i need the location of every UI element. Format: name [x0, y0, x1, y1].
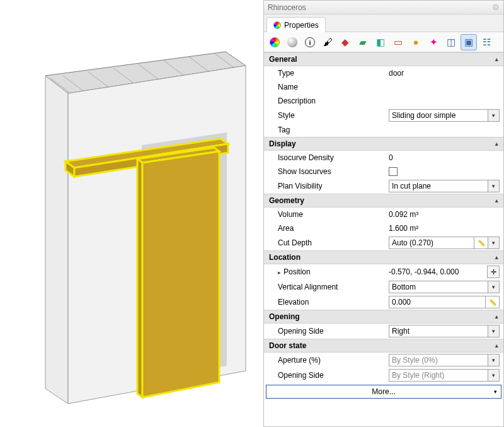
- value-type: door: [389, 69, 500, 78]
- sun-icon[interactable]: ✦: [425, 34, 442, 50]
- collapse-icon: ▴: [495, 56, 498, 62]
- object-properties-icon[interactable]: [266, 34, 283, 50]
- pick-point-button[interactable]: ✛: [487, 266, 500, 278]
- style-dropdown[interactable]: Sliding door simple ▾: [389, 109, 500, 122]
- label-show-isocurves: Show Isocurves: [278, 167, 385, 176]
- chevron-down-icon: ▾: [488, 237, 499, 249]
- visualarq-icon[interactable]: ▣: [461, 34, 477, 50]
- plan-visibility-dropdown[interactable]: In cut plane ▾: [389, 180, 500, 192]
- render-icon[interactable]: ▰: [355, 34, 371, 50]
- cut-depth-dropdown[interactable]: Auto (0.270) 📏 ▾: [389, 237, 500, 249]
- panel-title: Rhinoceros: [268, 3, 306, 12]
- label-opening-side: Opening Side: [278, 327, 385, 336]
- label-plan-visibility: Plan Visibility: [278, 182, 385, 190]
- label-name: Name: [278, 83, 385, 91]
- label-position: ▸Position: [278, 267, 385, 276]
- label-cut-depth: Cut Depth: [278, 238, 385, 247]
- value-isocurve-density[interactable]: 0: [389, 153, 500, 162]
- aperture-dropdown[interactable]: By Style (0%) ▾: [389, 354, 500, 366]
- decals-icon[interactable]: ◆: [337, 34, 353, 50]
- label-elevation: Elevation: [278, 298, 385, 307]
- chevron-down-icon: ▾: [488, 370, 499, 381]
- properties-icon: [273, 21, 281, 29]
- value-position[interactable]: -0.570, -0.944, 0.000: [389, 267, 484, 276]
- chevron-down-icon: ▾: [494, 389, 497, 395]
- value-area: 1.600 m²: [389, 224, 500, 233]
- label-tag: Tag: [278, 126, 385, 134]
- element-icon[interactable]: ●: [408, 34, 424, 50]
- properties-scroll[interactable]: General▴ Type door Name Description Styl…: [264, 52, 503, 426]
- collapse-icon: ▴: [495, 342, 498, 349]
- collapse-icon: ▴: [495, 313, 498, 320]
- section-display-header[interactable]: Display▴: [264, 137, 503, 151]
- texture-mapping-icon[interactable]: 🖌: [319, 34, 336, 50]
- properties-panel: Rhinoceros ⚙ Properties i 🖌 ◆ ▰ ◧ ▭ ● ✦ …: [263, 0, 504, 427]
- ruler-icon[interactable]: 📏: [485, 296, 499, 308]
- chevron-down-icon: ▾: [488, 325, 499, 337]
- svg-marker-1: [45, 76, 68, 404]
- chevron-down-icon: ▾: [488, 180, 499, 192]
- material-icon[interactable]: [284, 34, 301, 50]
- label-area: Area: [278, 224, 385, 233]
- section-location-header[interactable]: Location▴: [264, 250, 503, 264]
- chevron-down-icon: ▾: [488, 281, 499, 293]
- viewport-3d[interactable]: [0, 0, 263, 427]
- collapse-icon: ▴: [495, 254, 498, 260]
- properties-toolbar: i 🖌 ◆ ▰ ◧ ▭ ● ✦ ◫ ▣ ☷: [264, 32, 503, 52]
- gear-icon[interactable]: ⚙: [492, 3, 500, 12]
- section-general-header[interactable]: General▴: [264, 52, 503, 66]
- expand-icon[interactable]: ▸: [278, 269, 281, 276]
- tab-row: Properties: [264, 15, 503, 32]
- doorstate-opening-side-dropdown[interactable]: By Style (Right) ▾: [389, 369, 500, 382]
- tab-label: Properties: [284, 21, 319, 30]
- collapse-icon: ▴: [495, 141, 498, 147]
- section-opening-header[interactable]: Opening▴: [264, 310, 503, 324]
- label-aperture: Aperture (%): [278, 356, 385, 365]
- section-geometry-header[interactable]: Geometry▴: [264, 194, 503, 208]
- collapse-icon: ▴: [495, 197, 498, 204]
- layers-icon[interactable]: ☷: [478, 34, 495, 50]
- section-door-state-header[interactable]: Door state▴: [264, 339, 503, 353]
- svg-marker-17: [142, 151, 219, 397]
- door-icon[interactable]: ◧: [372, 34, 389, 50]
- label-isocurve-density: Isocurve Density: [278, 153, 385, 162]
- panel-titlebar[interactable]: Rhinoceros ⚙: [264, 1, 503, 15]
- elevation-input[interactable]: 0.000 📏: [389, 296, 500, 308]
- opening-side-dropdown[interactable]: Right ▾: [389, 325, 500, 337]
- window-icon[interactable]: ▭: [390, 34, 406, 50]
- label-style: Style: [278, 111, 385, 120]
- label-type: Type: [278, 69, 385, 78]
- label-volume: Volume: [278, 210, 385, 219]
- ruler-icon[interactable]: 📏: [474, 237, 488, 249]
- more-button[interactable]: More... ▾: [266, 385, 501, 399]
- section-icon[interactable]: ◫: [443, 34, 459, 50]
- chevron-down-icon: ▾: [488, 110, 499, 121]
- value-volume: 0.092 m³: [389, 210, 500, 219]
- label-description: Description: [278, 97, 385, 105]
- tab-properties[interactable]: Properties: [266, 17, 326, 32]
- label-vertical-alignment: Vertical Alignment: [278, 283, 385, 291]
- chevron-down-icon: ▾: [488, 354, 499, 366]
- checkbox-show-isocurves[interactable]: [389, 167, 398, 176]
- vertical-alignment-dropdown[interactable]: Bottom ▾: [389, 281, 500, 293]
- info-icon[interactable]: i: [302, 34, 318, 50]
- label-doorstate-opening-side: Opening Side: [278, 371, 385, 380]
